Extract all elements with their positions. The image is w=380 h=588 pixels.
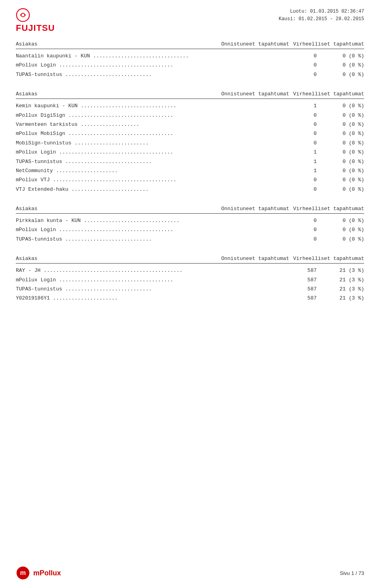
section-header-kemin: AsiakasOnnistuneet tapahtumatVirheellise… xyxy=(16,91,364,97)
asiakas-label: Asiakas xyxy=(16,206,38,212)
table-row: MobiSign-tunnistus .....................… xyxy=(16,138,364,148)
val-virheelliset: 21 (3 %) xyxy=(329,266,364,275)
svg-text:m: m xyxy=(20,569,26,576)
val-virheelliset: 0 (0 %) xyxy=(329,70,364,79)
row-label: Pirkkalan kunta - KUN ..................… xyxy=(16,216,277,225)
section-header-ray: AsiakasOnnistuneet tapahtumatVirheellise… xyxy=(16,256,364,262)
sections-container: AsiakasOnnistuneet tapahtumatVirheellise… xyxy=(16,41,364,303)
val-virheelliset: 0 (0 %) xyxy=(329,157,364,166)
val-virheelliset: 0 (0 %) xyxy=(329,175,364,184)
val-onnistuneet: 587 xyxy=(293,294,317,303)
val-virheelliset: 0 (0 %) xyxy=(329,166,364,175)
col-onnistuneet: Onnistuneet tapahtumat xyxy=(221,41,289,47)
val-onnistuneet: 0 xyxy=(293,185,317,194)
val-onnistuneet: 0 xyxy=(293,120,317,129)
table-row: RAY - JH ...............................… xyxy=(16,266,364,275)
mpollux-icon: m xyxy=(16,566,30,580)
val-onnistuneet: 1 xyxy=(293,166,317,175)
val-onnistuneet: 1 xyxy=(293,157,317,166)
val-virheelliset: 0 (0 %) xyxy=(329,148,364,157)
table-row: mPollux MobiSign .......................… xyxy=(16,129,364,138)
header: FUJITSU Luotu: 01.03.2015 02:36:47 Kausi… xyxy=(16,8,364,33)
table-row: mPollux Login ..........................… xyxy=(16,148,364,157)
table-row: mPollux VTJ ............................… xyxy=(16,175,364,184)
row-label: mPollux MobiSign .......................… xyxy=(16,129,277,138)
table-row: mPollux DigiSign .......................… xyxy=(16,111,364,120)
row-label: VTJ Extended-haku ......................… xyxy=(16,185,277,194)
table-row: mPollux Login ..........................… xyxy=(16,225,364,234)
report-period: Kausi: 01.02.2015 - 28.02.2015 xyxy=(279,15,364,23)
val-onnistuneet: 0 xyxy=(293,111,317,120)
mpollux-logo: m mPollux xyxy=(16,566,61,580)
col-virheelliset: Virheelliset tapahtumat xyxy=(293,206,364,212)
table-row: mPollux Login ..........................… xyxy=(16,275,364,285)
asiakas-label: Asiakas xyxy=(16,91,38,97)
val-virheelliset: 0 (0 %) xyxy=(329,138,364,148)
col-virheelliset: Virheelliset tapahtumat xyxy=(293,256,364,262)
val-onnistuneet: 0 xyxy=(293,175,317,184)
val-virheelliset: 0 (0 %) xyxy=(329,185,364,194)
asiakas-label: Asiakas xyxy=(16,256,38,262)
table-row: NetCommunity ....................10 (0 %… xyxy=(16,166,364,175)
val-onnistuneet: 0 xyxy=(293,51,317,61)
col-onnistuneet: Onnistuneet tapahtumat xyxy=(221,256,289,262)
col-onnistuneet: Onnistuneet tapahtumat xyxy=(221,91,289,97)
row-label: mPollux Login ..........................… xyxy=(16,225,277,234)
table-row: VTJ Extended-haku ......................… xyxy=(16,185,364,194)
val-onnistuneet: 587 xyxy=(293,285,317,294)
col-headers: Onnistuneet tapahtumatVirheelliset tapah… xyxy=(221,41,364,47)
val-virheelliset: 0 (0 %) xyxy=(329,129,364,138)
col-headers: Onnistuneet tapahtumatVirheelliset tapah… xyxy=(221,256,364,262)
val-virheelliset: 0 (0 %) xyxy=(329,225,364,234)
section-header-naantalin: AsiakasOnnistuneet tapahtumatVirheellise… xyxy=(16,41,364,47)
col-headers: Onnistuneet tapahtumatVirheelliset tapah… xyxy=(221,206,364,212)
val-virheelliset: 0 (0 %) xyxy=(329,120,364,129)
section-divider xyxy=(16,213,364,214)
page-number: Sivu 1 / 73 xyxy=(340,570,364,576)
row-label: mPollux VTJ ............................… xyxy=(16,175,277,184)
val-virheelliset: 0 (0 %) xyxy=(329,235,364,244)
val-virheelliset: 0 (0 %) xyxy=(329,51,364,61)
row-label: NetCommunity .................... xyxy=(16,166,277,175)
col-virheelliset: Virheelliset tapahtumat xyxy=(293,91,364,97)
table-row: Varmenteen tarkistus ...................… xyxy=(16,120,364,129)
col-headers: Onnistuneet tapahtumatVirheelliset tapah… xyxy=(221,91,364,97)
val-onnistuneet: 0 xyxy=(293,70,317,79)
section-divider xyxy=(16,99,364,99)
val-onnistuneet: 0 xyxy=(293,235,317,244)
report-created: Luotu: 01.03.2015 02:36:47 xyxy=(279,8,364,15)
row-label: TUPAS-tunnistus ........................… xyxy=(16,157,277,166)
row-label: Varmenteen tarkistus ................... xyxy=(16,120,277,129)
table-row: Naantalin kaupunki - KUN ...............… xyxy=(16,51,364,61)
val-virheelliset: 0 (0 %) xyxy=(329,216,364,225)
section-divider xyxy=(16,49,364,49)
report-info: Luotu: 01.03.2015 02:36:47 Kausi: 01.02.… xyxy=(279,8,364,23)
row-label: MobiSign-tunnistus .....................… xyxy=(16,138,277,148)
row-label: RAY - JH ...............................… xyxy=(16,266,277,275)
row-label: TUPAS-tunnistus ........................… xyxy=(16,235,277,244)
section-ray: AsiakasOnnistuneet tapahtumatVirheellise… xyxy=(16,256,364,303)
table-row: TUPAS-tunnistus ........................… xyxy=(16,285,364,294)
section-naantalin: AsiakasOnnistuneet tapahtumatVirheellise… xyxy=(16,41,364,79)
val-virheelliset: 21 (3 %) xyxy=(329,294,364,303)
table-row: TUPAS-tunnistus ........................… xyxy=(16,157,364,166)
val-onnistuneet: 0 xyxy=(293,216,317,225)
asiakas-label: Asiakas xyxy=(16,41,38,47)
val-virheelliset: 0 (0 %) xyxy=(329,111,364,120)
val-onnistuneet: 1 xyxy=(293,148,317,157)
page-container: FUJITSU Luotu: 01.03.2015 02:36:47 Kausi… xyxy=(0,0,380,588)
val-onnistuneet: 587 xyxy=(293,266,317,275)
val-onnistuneet: 587 xyxy=(293,275,317,285)
val-onnistuneet: 0 xyxy=(293,138,317,148)
row-label: Y02019186Y1 ..................... xyxy=(16,294,277,303)
row-label: Kemin kaupunki - KUN ...................… xyxy=(16,101,277,110)
svg-point-1 xyxy=(21,13,24,16)
val-onnistuneet: 0 xyxy=(293,129,317,138)
section-pirkkalan: AsiakasOnnistuneet tapahtumatVirheellise… xyxy=(16,206,364,244)
val-virheelliset: 21 (3 %) xyxy=(329,275,364,285)
footer: m mPollux Sivu 1 / 73 xyxy=(0,566,380,580)
table-row: mPollux Login ..........................… xyxy=(16,61,364,70)
col-onnistuneet: Onnistuneet tapahtumat xyxy=(221,206,289,212)
val-virheelliset: 21 (3 %) xyxy=(329,285,364,294)
table-row: TUPAS-tunnistus ........................… xyxy=(16,70,364,79)
